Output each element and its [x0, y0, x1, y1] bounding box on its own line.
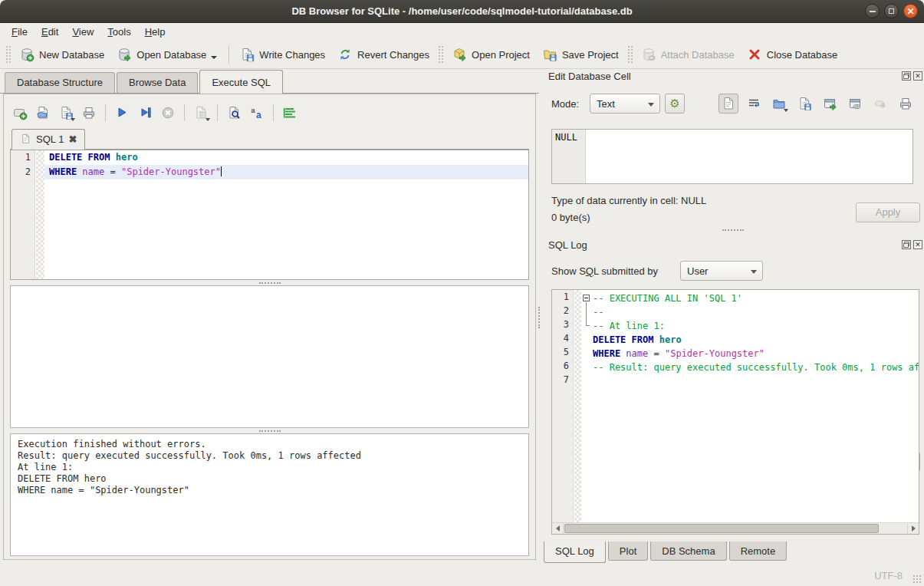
log-line: -- EXECUTING ALL IN 'SQL 1'	[581, 291, 919, 305]
float-panel-icon[interactable]	[902, 71, 911, 81]
save-project-button[interactable]: Save Project	[536, 44, 625, 64]
fold-marker[interactable]	[581, 291, 593, 305]
find-replace-button[interactable]	[224, 103, 244, 123]
svg-text:a: a	[252, 107, 255, 114]
minimize-button[interactable]	[865, 4, 880, 18]
format-sql-icon	[282, 105, 298, 120]
minimize-icon	[870, 11, 876, 12]
export-data-button[interactable]	[794, 94, 814, 114]
mode-select[interactable]: Text	[590, 94, 660, 114]
import-data-button[interactable]	[769, 94, 789, 114]
print-sql-button[interactable]	[79, 103, 99, 123]
open-database-button[interactable]: Open Database	[110, 44, 225, 64]
tab-database-structure[interactable]: Database Structure	[5, 72, 115, 93]
toolbar-separator	[105, 104, 106, 121]
menu-edit[interactable]: Edit	[35, 25, 65, 39]
menu-help[interactable]: Help	[138, 25, 173, 39]
message-line: DELETE FROM hero	[18, 473, 107, 484]
float-panel-icon[interactable]	[902, 240, 911, 249]
auto-switch-mode-button[interactable]: ⚙	[665, 94, 685, 114]
toolbar-separator	[217, 104, 218, 121]
main-vertical-splitter[interactable]	[536, 69, 542, 565]
copy-link-button[interactable]	[845, 94, 865, 114]
scroll-right-icon[interactable]	[907, 523, 919, 534]
sql-log-view[interactable]: 1 2 3 4 5 6 7 -- EXECUTING ALL IN 'SQL 1…	[551, 289, 919, 535]
autocomplete-button[interactable]: aaa	[247, 103, 267, 123]
text-mode-button[interactable]	[718, 94, 738, 114]
message-line: At line 1:	[18, 462, 73, 472]
scrollbar-thumb[interactable]	[564, 524, 879, 533]
sql-tab[interactable]: SQL 1 ✖	[12, 129, 85, 150]
sql-editor[interactable]: 1 2 DELETE FROM hero WHERE name = "Spide…	[10, 150, 529, 280]
revert-changes-button[interactable]: Revert Changes	[331, 44, 436, 64]
save-results-dropdown-icon	[206, 118, 210, 121]
open-sql-file-button[interactable]	[33, 103, 53, 123]
stop-execution-button[interactable]	[158, 103, 178, 123]
tab-remote[interactable]: Remote	[729, 542, 788, 561]
close-panel-icon[interactable]: ✕	[913, 240, 922, 249]
open-database-dropdown-icon[interactable]	[211, 56, 217, 59]
execute-line-button[interactable]	[135, 103, 155, 123]
sql-tab-label: SQL 1	[36, 133, 64, 145]
open-project-button[interactable]: Open Project	[446, 44, 536, 64]
editor-line-numbers: 1 2	[11, 150, 35, 279]
scroll-left-icon[interactable]	[552, 523, 564, 534]
submitter-select[interactable]: User	[680, 261, 763, 281]
close-panel-icon[interactable]: ✕	[913, 71, 922, 81]
import-dropdown-icon	[784, 109, 788, 112]
save-results-button[interactable]	[191, 103, 211, 123]
message-line: Result: query executed successfully. Too…	[18, 450, 361, 461]
menu-view[interactable]: View	[65, 25, 100, 39]
log-code-area: -- EXECUTING ALL IN 'SQL 1' -- -- At lin…	[581, 291, 919, 388]
results-message-splitter[interactable]	[10, 428, 529, 433]
maximize-button[interactable]	[884, 4, 899, 18]
cell-editor[interactable]: NULL	[551, 129, 913, 184]
close-button[interactable]: ✕	[903, 4, 918, 18]
sql-tab-close-icon[interactable]: ✖	[68, 133, 77, 145]
encoding-indicator: UTF-8	[874, 570, 903, 581]
menubar: File Edit View Tools Help	[0, 23, 924, 41]
new-database-icon	[19, 47, 35, 62]
close-database-button[interactable]: Close Database	[741, 44, 844, 64]
sql-token: DELETE FROM	[49, 152, 116, 163]
open-database-icon	[117, 47, 132, 62]
toolbar-drag-handle[interactable]	[438, 45, 443, 64]
execute-all-button[interactable]	[112, 103, 132, 123]
main-toolbar: New Database Open Database Write Changes…	[0, 41, 924, 69]
tab-sql-log[interactable]: SQL Log	[544, 542, 606, 563]
editor-results-splitter[interactable]	[10, 280, 529, 285]
menu-tools[interactable]: Tools	[100, 25, 137, 39]
toolbar-drag-handle[interactable]	[627, 45, 633, 64]
save-sql-dropdown-icon	[71, 118, 75, 121]
write-changes-button[interactable]: Write Changes	[233, 44, 331, 64]
sql-editor-toolbar: aaa	[10, 99, 529, 127]
tab-execute-sql[interactable]: Execute SQL	[199, 70, 283, 94]
toolbar-drag-handle[interactable]	[5, 45, 11, 64]
window-controls: ✕	[865, 4, 918, 18]
log-horizontal-scrollbar[interactable]	[552, 522, 919, 534]
statusbar: UTF-8	[0, 565, 924, 586]
format-sql-button[interactable]	[280, 103, 300, 123]
sql-token: =	[104, 166, 121, 177]
log-line: -- Result: query executed successfully. …	[581, 360, 919, 374]
revert-changes-icon	[337, 47, 353, 62]
tab-db-schema[interactable]: DB Schema	[650, 542, 726, 561]
open-in-external-button[interactable]	[820, 94, 840, 114]
resize-grip[interactable]	[912, 574, 922, 584]
save-sql-file-button[interactable]	[56, 103, 76, 123]
open-sql-file-icon	[35, 105, 51, 120]
export-data-icon	[797, 96, 812, 111]
menu-file[interactable]: File	[5, 25, 35, 39]
tab-plot[interactable]: Plot	[608, 542, 648, 561]
dock-splitter[interactable]	[542, 227, 924, 232]
new-database-button[interactable]: New Database	[13, 44, 110, 64]
open-sql-tab-button[interactable]	[10, 103, 30, 123]
attach-database-button[interactable]: Attach Database	[635, 44, 741, 64]
word-wrap-button[interactable]	[744, 94, 764, 114]
editor-fold-margin	[36, 150, 44, 279]
apply-button[interactable]: Apply	[856, 202, 920, 222]
tab-browse-data[interactable]: Browse Data	[117, 72, 198, 93]
print-cell-button[interactable]	[896, 94, 916, 114]
set-null-button[interactable]	[870, 94, 890, 114]
submitter-value: User	[687, 265, 708, 277]
